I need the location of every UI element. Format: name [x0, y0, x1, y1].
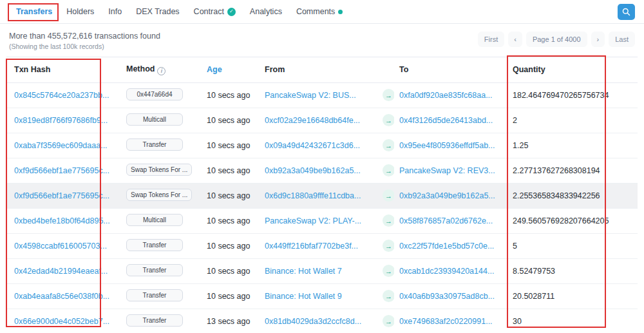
pagination: First ‹ Page 1 of 4000 › Last [478, 32, 635, 47]
arrow-right-icon: → [383, 189, 394, 202]
method-badge: Multicall [126, 214, 183, 226]
tab-transfers[interactable]: Transfers [9, 3, 59, 21]
header-txn-hash: Txn Hash [6, 57, 121, 83]
first-page-button[interactable]: First [478, 32, 504, 47]
from-address-link[interactable]: PancakeSwap V2: PLAY-... [265, 216, 361, 225]
method-badge: 0x447a66d4 [126, 88, 183, 100]
last-page-button[interactable]: Last [609, 32, 635, 47]
to-address-link[interactable]: PancakeSwap V2: REV3... [399, 166, 495, 175]
method-badge: Transfer [126, 289, 183, 301]
from-address-link[interactable]: Binance: Hot Wallet 7 [265, 267, 342, 276]
tab-contract[interactable]: Contract ✓ [187, 3, 243, 21]
arrow-right-icon: → [383, 139, 394, 151]
search-button[interactable] [618, 4, 635, 20]
txn-hash-link[interactable]: 0xbed4befe18b0f64d895... [14, 216, 110, 225]
arrow-right-icon: → [383, 290, 394, 302]
age-cell: 10 secs ago [202, 233, 260, 258]
table-row: 0xbed4befe18b0f64d895...Multicall10 secs… [6, 208, 638, 233]
arrow-right-icon: → [383, 240, 394, 252]
to-address-link[interactable]: 0x95ee4f805936effdf5ab... [399, 141, 495, 150]
table-row: 0x819ed8f766f97686fb9...Multicall10 secs… [6, 108, 638, 133]
tab-analytics[interactable]: Analytics [243, 3, 289, 21]
header-to: To [394, 57, 507, 83]
next-page-button[interactable]: › [591, 32, 605, 47]
age-cell: 10 secs ago [202, 133, 260, 158]
txn-hash-link[interactable]: 0xab4eaafa8c56e038f0b... [14, 292, 109, 301]
to-address-link[interactable]: 0xe749683af2c0220991... [399, 317, 493, 326]
to-address-link[interactable]: 0xc22f57fde1e5bd57c0e... [399, 242, 494, 251]
transfers-table: Txn Hash Methodi Age From To Quantity 0x… [6, 57, 638, 333]
to-address-link[interactable]: 0x58f876857a02d6762e... [399, 216, 493, 225]
method-badge: Transfer [126, 239, 183, 251]
tab-holders[interactable]: Holders [59, 3, 101, 21]
txn-hash-link[interactable]: 0x845c5764ce20a237bb... [14, 91, 109, 100]
from-address-link[interactable]: Binance: Hot Wallet 9 [265, 292, 342, 301]
transactions-found-text: More than 455,572,616 transactions found [9, 32, 160, 41]
from-address-link[interactable]: 0x09a49d42432671c3d6... [265, 141, 360, 150]
txn-hash-link[interactable]: 0xaba7f3569ec609daaa... [14, 141, 108, 150]
tab-label: DEX Trades [136, 7, 179, 16]
from-address-link[interactable]: 0x449ff216bfaf7702be3f... [265, 242, 358, 251]
from-address-link[interactable]: PancakeSwap V2: BUS... [265, 91, 356, 100]
tab-label: Transfers [16, 7, 52, 16]
from-address-link[interactable]: 0xcf02a29e16648db64fe... [265, 116, 360, 125]
quantity-cell: 5 [507, 233, 638, 258]
search-icon [622, 8, 630, 16]
table-row: 0x66e900d0e4c052beb7...Transfer13 secs a… [6, 309, 638, 333]
txn-hash-link[interactable]: 0x66e900d0e4c052beb7... [14, 317, 109, 326]
to-address-link[interactable]: 0x40a6b93a30975ad8cb... [399, 292, 495, 301]
to-address-link[interactable]: 0xcab1dc23939420a144... [399, 267, 494, 276]
tab-label: Analytics [250, 7, 282, 16]
quantity-cell: 182.464769470265756734 [507, 82, 638, 108]
header-arrow-spacer [377, 57, 394, 83]
header-age[interactable]: Age [202, 57, 260, 83]
quantity-cell: 8.52479753 [507, 258, 638, 283]
age-cell: 10 secs ago [202, 283, 260, 309]
table-row: 0xab4eaafa8c56e038f0b...Transfer10 secs … [6, 283, 638, 309]
tab-label: Holders [66, 7, 94, 16]
txn-hash-link[interactable]: 0xf9d566ebf1ae775695c... [14, 191, 109, 200]
arrow-right-icon: → [383, 89, 394, 101]
method-badge: Swap Tokens For ... [126, 164, 192, 176]
notification-dot-icon [338, 10, 343, 14]
table-row: 0xaba7f3569ec609daaa...Transfer10 secs a… [6, 133, 638, 158]
to-address-link[interactable]: 0x4f3126d5de26413abd... [399, 116, 493, 125]
table-row: 0xf9d566ebf1ae775695c...Swap Tokens For … [6, 183, 638, 208]
from-address-link[interactable]: 0x6d9c1880a9fffe11cdba... [265, 191, 361, 200]
to-address-link[interactable]: 0xfa0df920ae835fc68aa... [399, 91, 493, 100]
arrow-right-icon: → [383, 164, 394, 176]
quantity-cell: 20.5028711 [507, 283, 638, 309]
verified-check-icon: ✓ [227, 8, 236, 16]
from-address-link[interactable]: 0xb92a3a049be9b162a5... [265, 166, 361, 175]
age-cell: 10 secs ago [202, 258, 260, 283]
table-row: 0x4598ccabf616005703...Transfer10 secs a… [6, 233, 638, 258]
tab-info[interactable]: Info [101, 3, 129, 21]
txn-hash-link[interactable]: 0x42edad4b21994eaeaf... [14, 267, 108, 276]
to-address-link[interactable]: 0xb92a3a049be9b162a5... [399, 191, 495, 200]
tab-comments[interactable]: Comments [289, 3, 350, 21]
tab-label: Info [108, 7, 122, 16]
method-badge: Transfer [126, 314, 183, 327]
txn-hash-link[interactable]: 0x4598ccabf616005703... [14, 242, 107, 251]
tab-bar: Transfers Holders Info DEX Trades Contra… [0, 0, 644, 24]
age-cell: 10 secs ago [202, 108, 260, 133]
quantity-cell: 2 [507, 108, 638, 133]
tab-dex-trades[interactable]: DEX Trades [129, 3, 186, 21]
method-badge: Transfer [126, 138, 183, 151]
table-row: 0x845c5764ce20a237bb...0x447a66d410 secs… [6, 82, 638, 108]
txn-hash-link[interactable]: 0xf9d566ebf1ae775695c... [14, 166, 109, 175]
age-cell: 13 secs ago [202, 309, 260, 333]
info-icon[interactable]: i [157, 67, 166, 75]
txn-hash-link[interactable]: 0x819ed8f766f97686fb9... [14, 116, 108, 125]
method-badge: Transfer [126, 264, 183, 276]
transfers-panel: More than 455,572,616 transactions found… [0, 24, 644, 333]
page-indicator: Page 1 of 4000 [526, 32, 587, 47]
prev-page-button[interactable]: ‹ [508, 32, 522, 47]
tab-label: Comments [296, 7, 335, 16]
from-address-link[interactable]: 0x81db4029da3d2ccfc8d... [265, 317, 361, 326]
method-badge: Swap Tokens For ... [126, 189, 192, 201]
quantity-cell: 2.277137627268308194 [507, 158, 638, 183]
quantity-cell: 2.255365834833942256 [507, 183, 638, 208]
arrow-right-icon: → [383, 265, 394, 277]
arrow-right-icon: → [383, 114, 394, 126]
